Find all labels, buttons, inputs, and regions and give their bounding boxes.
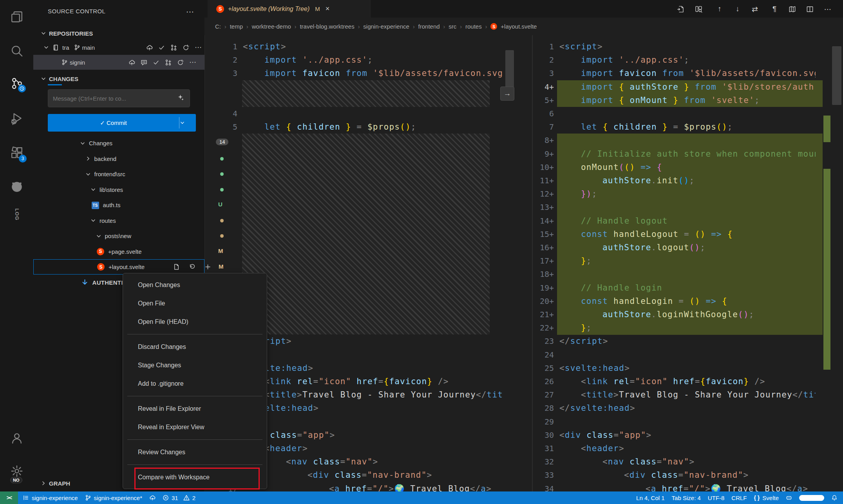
tab-layout-svelte-working-tree[interactable]: S +layout.svelte (Working Tree) M × [208, 0, 371, 18]
menu-item-stage-changes[interactable]: Stage Changes [123, 356, 267, 374]
status-item-crlf[interactable]: CRLF [731, 495, 747, 501]
breadcrumb-item[interactable]: worktree-demo [252, 23, 291, 30]
breadcrumb-item[interactable]: signin-experience [363, 23, 409, 30]
status-item-utf-8[interactable]: UTF-8 [708, 495, 725, 501]
commit-message-input[interactable] [48, 89, 190, 107]
code-line[interactable]: 2import '../app.css'; [533, 53, 843, 67]
code-line[interactable]: 7let { children } = $props(); [533, 120, 843, 134]
code-line[interactable]: 16+authStore.logout(); [533, 241, 843, 255]
close-icon[interactable]: × [326, 5, 330, 13]
log-extension-icon[interactable]: LOG [14, 203, 20, 226]
explorer-icon[interactable] [0, 3, 33, 31]
previous-change-icon[interactable]: ↑ [713, 3, 726, 15]
sidebar-more-actions-icon[interactable]: ⋯ [186, 7, 194, 16]
code-line[interactable]: 30<div class="app"> [533, 428, 843, 442]
github-icon[interactable] [0, 173, 33, 200]
run-debug-icon[interactable] [0, 105, 33, 132]
scm-tree-item-changes[interactable]: Changes14 [33, 135, 204, 151]
code-line[interactable]: 27<title>Travel Blog - Share Your Journe… [533, 388, 843, 402]
sparkle-icon[interactable] [177, 94, 184, 101]
compare-editor-icon[interactable] [692, 3, 705, 15]
status-item-pill-icon[interactable] [799, 495, 824, 501]
code-line[interactable]: 18+ [533, 267, 843, 281]
code-line[interactable]: 4 [204, 107, 503, 121]
breadcrumb-item[interactable]: frontend [418, 23, 440, 30]
open-file-icon[interactable] [173, 264, 180, 270]
code-line[interactable]: 3import favicon from '$lib/assets/favico… [204, 67, 503, 80]
menu-item-compare-with-workspace[interactable]: Compare with Workspace [123, 468, 267, 486]
breadcrumb-item[interactable]: +layout.svelte [501, 23, 537, 30]
code-line[interactable]: 34<a href="/">🌍 Travel Blog</a> [533, 482, 843, 491]
code-line[interactable]: 11+authStore.init(); [533, 174, 843, 188]
breadcrumb-item[interactable]: routes [465, 23, 482, 30]
code-line[interactable]: 4+import { authStore } from '$lib/stores… [533, 80, 843, 94]
whitespace-icon[interactable]: ¶ [768, 3, 781, 15]
code-line[interactable]: 22+}; [533, 321, 843, 335]
chevron-down-icon[interactable] [179, 120, 196, 126]
scm-tree-item-frontend-src[interactable]: frontend\src [33, 166, 204, 182]
code-line[interactable]: 10+onMount(() => { [533, 161, 843, 174]
refresh-icon[interactable] [183, 44, 189, 51]
code-line[interactable]: 3import favicon from '$lib/assets/favico… [533, 67, 843, 80]
more-actions-icon[interactable]: ⋯ [189, 58, 196, 67]
scm-tree-item-+layout-svelte[interactable]: S+layout.svelteM [33, 259, 204, 275]
code-line[interactable]: 31<header> [533, 442, 843, 455]
code-line[interactable]: 6 [533, 107, 843, 121]
extensions-icon[interactable]: 3 [0, 139, 33, 166]
pr-plus-icon[interactable] [170, 44, 177, 51]
worktree-branch-row[interactable]: signin ⋯ [33, 55, 204, 70]
code-line[interactable]: 9+// Initialize auth store when componen… [533, 147, 843, 161]
menu-item-open-file-head-[interactable]: Open File (HEAD) [123, 313, 267, 331]
code-line[interactable]: 5let { children } = $props(); [204, 120, 503, 134]
menu-item-discard-changes[interactable]: Discard Changes [123, 338, 267, 356]
discard-icon[interactable] [189, 264, 195, 270]
diff-modified-pane[interactable]: 1<script>2import '../app.css';3import fa… [533, 35, 843, 491]
pr-plus-icon[interactable] [165, 59, 172, 66]
menu-item-add-to-gitignore[interactable]: Add to .gitignore [123, 374, 267, 393]
scm-tree-item-lib-stores[interactable]: lib\stores [33, 182, 204, 197]
scm-tree-item-+page-svelte[interactable]: S+page.svelteM [33, 244, 204, 259]
scm-tree-item-posts-new[interactable]: posts\new [33, 228, 204, 244]
source-control-icon[interactable] [0, 70, 33, 97]
more-actions-icon[interactable]: ⋯ [821, 3, 834, 15]
breadcrumb-item[interactable]: travel-blog.worktrees [300, 23, 354, 30]
code-line[interactable]: 15+const handleLogout = () => { [533, 228, 843, 241]
scm-tree-item-routes[interactable]: routes [33, 213, 204, 228]
code-line[interactable]: 1<script> [204, 40, 503, 54]
changes-section-header[interactable]: CHANGES [40, 72, 204, 85]
code-line[interactable]: 23</script> [533, 334, 843, 348]
status-item-cloud-upload-icon[interactable] [149, 495, 156, 501]
revert-block-arrow-button[interactable]: → [500, 87, 514, 101]
code-line[interactable]: 19+// Handle login [533, 281, 843, 295]
status-item-ln-4-col-1[interactable]: Ln 4, Col 1 [636, 495, 665, 501]
cloud-upload-icon[interactable] [128, 59, 135, 66]
code-line[interactable]: 13+ [533, 201, 843, 214]
code-line[interactable]: 21+authStore.loginWithGoogle(); [533, 308, 843, 322]
remote-indicator[interactable]: >< [0, 491, 18, 504]
menu-item-review-changes[interactable]: Review Changes [123, 443, 267, 461]
status-item-bell-icon[interactable] [831, 495, 838, 501]
repository-row[interactable]: tra main ⋯ [33, 40, 204, 55]
map-icon[interactable] [785, 3, 799, 15]
code-line[interactable]: 28</svelte:head> [533, 401, 843, 415]
status-item-signin-experience[interactable]: signin-experience [23, 495, 78, 501]
code-line[interactable]: 17+}; [533, 254, 843, 268]
code-line[interactable]: 33<div class="nav-brand"> [533, 468, 843, 482]
swap-sides-icon[interactable]: ⇄ [748, 3, 762, 15]
code-line[interactable]: 26<link rel="icon" href={favicon} /> [533, 375, 843, 388]
split-editor-icon[interactable] [803, 3, 816, 15]
code-line[interactable]: 32<nav class="nav"> [533, 455, 843, 469]
code-line[interactable]: 8+ [533, 134, 843, 147]
accounts-icon[interactable] [0, 425, 33, 452]
check-icon[interactable] [158, 44, 165, 51]
menu-item-reveal-in-explorer-view[interactable]: Reveal in Explorer View [123, 418, 267, 436]
more-actions-icon[interactable]: ⋯ [195, 43, 202, 52]
status-item-tab-size-4[interactable]: Tab Size: 4 [672, 495, 701, 501]
scm-tree-item-backend[interactable]: backend [33, 151, 204, 166]
code-line[interactable]: 20+const handleLogin = () => { [533, 294, 843, 308]
status-item-signin-experience-[interactable]: signin-experience* [85, 495, 142, 501]
comment-code-icon[interactable] [141, 59, 147, 66]
menu-item-open-changes[interactable]: Open Changes [123, 276, 267, 294]
breadcrumb-item[interactable]: src [449, 23, 456, 30]
code-line[interactable]: 29 [533, 415, 843, 429]
